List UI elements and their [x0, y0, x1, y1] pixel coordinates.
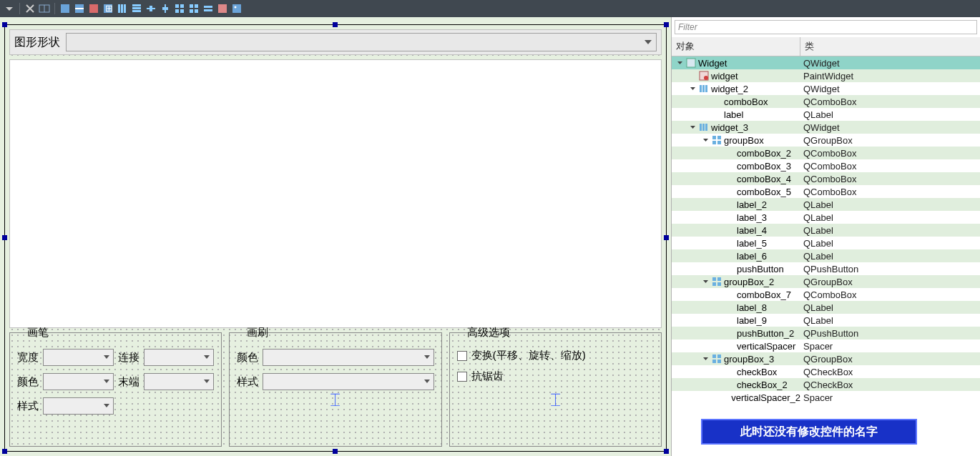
- resize-handle[interactable]: [2, 22, 7, 27]
- tree-row[interactable]: comboBox_7QComboBox: [672, 288, 980, 301]
- image-icon[interactable]: [230, 2, 243, 15]
- halign-icon[interactable]: [144, 2, 157, 15]
- filter-input[interactable]: Filter: [675, 20, 977, 34]
- tree-row[interactable]: label_5QLabel: [672, 237, 980, 249]
- tree-row[interactable]: groupBox_3QGroupBox: [672, 352, 980, 365]
- expander-icon[interactable]: [715, 394, 720, 402]
- tree-row[interactable]: label_2QLabel: [672, 198, 980, 211]
- tree-row[interactable]: comboBox_4QComboBox: [672, 172, 980, 185]
- hsplit-icon[interactable]: [38, 2, 51, 15]
- svg-rect-25: [195, 9, 198, 13]
- transform-checkbox[interactable]: [457, 351, 467, 361]
- tree-row[interactable]: verticalSpacerSpacer: [672, 339, 980, 352]
- design-canvas[interactable]: 图形形状 画笔 宽度 连接 颜色 末端: [0, 17, 671, 456]
- object-name: comboBox_7: [737, 289, 791, 300]
- svg-rect-44: [712, 277, 716, 281]
- header-class[interactable]: 类: [800, 37, 818, 56]
- expander-icon[interactable]: [715, 304, 722, 312]
- break-icon[interactable]: [216, 2, 229, 15]
- columns-icon[interactable]: [116, 2, 129, 15]
- expander-icon[interactable]: [715, 265, 722, 273]
- expander-icon[interactable]: [715, 149, 722, 157]
- expander-icon[interactable]: [702, 278, 710, 286]
- expander-icon[interactable]: [689, 124, 697, 132]
- resize-handle[interactable]: [333, 449, 338, 454]
- pen-cap-combo[interactable]: [144, 373, 215, 390]
- expander-icon[interactable]: [702, 137, 710, 144]
- layout-icon-1[interactable]: [59, 2, 72, 15]
- resize-handle[interactable]: [2, 235, 7, 240]
- tree-row[interactable]: label_9QLabel: [672, 314, 980, 327]
- expander-icon[interactable]: [702, 98, 710, 106]
- pen-style-combo[interactable]: [43, 397, 114, 415]
- resize-handle[interactable]: [333, 22, 338, 27]
- expander-icon[interactable]: [715, 291, 722, 299]
- svg-rect-39: [705, 124, 707, 131]
- svg-rect-15: [150, 6, 152, 11]
- rows-icon[interactable]: [130, 2, 143, 15]
- layout-icon-3[interactable]: [87, 2, 100, 15]
- dropdown-icon[interactable]: [3, 2, 16, 15]
- expander-icon[interactable]: [715, 201, 722, 209]
- pen-color-combo[interactable]: [43, 373, 114, 390]
- expander-icon[interactable]: [715, 317, 722, 324]
- tree-row[interactable]: widget_3QWidget: [672, 121, 980, 134]
- expander-icon[interactable]: [689, 72, 697, 80]
- expander-icon[interactable]: [715, 162, 722, 170]
- tree-row[interactable]: comboBox_3QComboBox: [672, 159, 980, 172]
- header-object[interactable]: 对象: [672, 37, 800, 56]
- tree-row[interactable]: comboBox_5QComboBox: [672, 185, 980, 198]
- tree-row[interactable]: labelQLabel: [672, 108, 980, 121]
- expander-icon[interactable]: [715, 175, 722, 183]
- tree-row[interactable]: verticalSpacer_2Spacer: [672, 391, 980, 404]
- expander-icon[interactable]: [689, 85, 697, 93]
- expander-icon[interactable]: [715, 227, 722, 234]
- expander-icon[interactable]: [715, 342, 722, 350]
- tree-row[interactable]: label_8QLabel: [672, 301, 980, 314]
- grid2-icon[interactable]: [187, 2, 200, 15]
- paint-widget[interactable]: [9, 59, 662, 328]
- expander-icon[interactable]: [715, 252, 722, 260]
- tree-row[interactable]: comboBox_2QComboBox: [672, 147, 980, 159]
- tree-row[interactable]: label_6QLabel: [672, 249, 980, 262]
- tree-row[interactable]: checkBoxQCheckBox: [672, 365, 980, 378]
- expander-icon[interactable]: [676, 59, 684, 67]
- tree-row[interactable]: widget_2QWidget: [672, 82, 980, 95]
- expander-icon[interactable]: [715, 381, 722, 389]
- tree-row[interactable]: groupBox_2QGroupBox: [672, 275, 980, 288]
- tree-row[interactable]: groupBoxQGroupBox: [672, 134, 980, 147]
- resize-handle[interactable]: [664, 235, 669, 240]
- close-icon[interactable]: [24, 2, 36, 15]
- tree-row[interactable]: checkBox_2QCheckBox: [672, 378, 980, 391]
- gridh-icon[interactable]: [202, 2, 215, 15]
- expander-icon[interactable]: [702, 355, 710, 363]
- layout-icon-4[interactable]: ⊞: [102, 2, 114, 15]
- pen-join-combo[interactable]: [144, 349, 215, 366]
- resize-handle[interactable]: [664, 22, 669, 27]
- antialias-checkbox[interactable]: [457, 372, 467, 382]
- tree-row[interactable]: WidgetQWidget: [672, 56, 980, 69]
- shape-combobox[interactable]: [66, 33, 657, 51]
- grid-icon[interactable]: [173, 2, 186, 15]
- expander-icon[interactable]: [715, 188, 722, 196]
- resize-handle[interactable]: [664, 449, 669, 454]
- expander-icon[interactable]: [715, 368, 722, 376]
- tree-row[interactable]: pushButton_2QPushButton: [672, 327, 980, 339]
- expander-icon[interactable]: [715, 239, 722, 247]
- brush-color-combo[interactable]: [263, 349, 433, 366]
- valign-icon[interactable]: [159, 2, 172, 15]
- pen-width-combo[interactable]: [43, 349, 114, 366]
- object-tree[interactable]: WidgetQWidgetwidgetPaintWidgetwidget_2QW…: [672, 56, 980, 456]
- tree-row[interactable]: pushButtonQPushButton: [672, 262, 980, 275]
- tree-row[interactable]: label_4QLabel: [672, 224, 980, 237]
- svg-rect-41: [717, 136, 721, 139]
- expander-icon[interactable]: [715, 214, 722, 222]
- layout-icon-2[interactable]: [73, 2, 86, 15]
- tree-row[interactable]: widgetPaintWidget: [672, 69, 980, 82]
- resize-handle[interactable]: [2, 449, 7, 454]
- expander-icon[interactable]: [715, 329, 722, 337]
- brush-style-combo[interactable]: [263, 373, 433, 390]
- tree-row[interactable]: comboBoxQComboBox: [672, 95, 980, 108]
- tree-row[interactable]: label_3QLabel: [672, 211, 980, 224]
- expander-icon[interactable]: [702, 111, 710, 119]
